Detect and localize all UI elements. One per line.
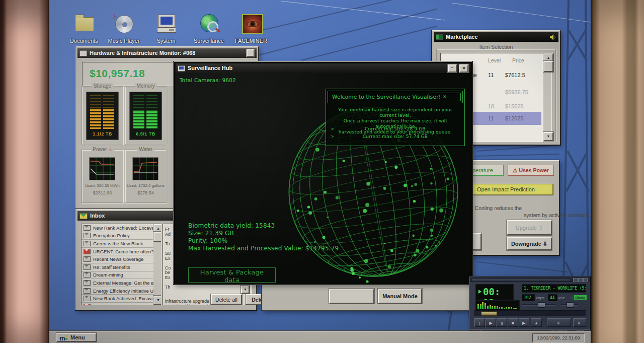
close-icon[interactable] <box>583 278 588 282</box>
scroll-thumb[interactable] <box>153 232 162 242</box>
camera-dot <box>366 280 368 283</box>
downgrade-button[interactable]: Downgrade ⇩ <box>507 237 552 250</box>
monitor-bezel-right <box>591 0 644 343</box>
email-row[interactable]: URGENT: Come here often? <box>82 248 153 256</box>
power-used: Used: 390.35 MWh <box>82 183 123 188</box>
seek-bar[interactable] <box>474 310 586 316</box>
volume-slider[interactable] <box>522 304 555 305</box>
camera-dot <box>416 249 420 253</box>
email-subject: Re: Staff Benefits <box>93 264 130 270</box>
water-label: Water <box>137 147 154 152</box>
previous-button[interactable]: |◀ <box>474 318 485 327</box>
email-row[interactable]: Dream-mining <box>82 271 153 280</box>
item-price: $7612.5 <box>505 72 525 78</box>
scroll-thumb[interactable] <box>543 61 553 72</box>
email-row[interactable]: New Rank Achieved: Excavato... <box>82 295 153 303</box>
window-title: Surveillance Hub <box>188 63 232 73</box>
camera-dot <box>363 209 367 213</box>
mail-icon <box>84 225 91 231</box>
player-titlebar[interactable] <box>470 277 590 282</box>
shuffle-button[interactable]: SHUFFLE <box>547 318 571 327</box>
manual-mode-button[interactable]: Manual Mode <box>378 289 422 304</box>
camera-dot <box>336 196 339 199</box>
stat-size: Size: 21.39 GB <box>188 230 339 237</box>
harvest-package-button[interactable]: Harvest & Package data <box>188 267 276 283</box>
dialog-close-button[interactable]: ✕ <box>429 93 461 101</box>
samplerate-unit: khz <box>558 296 565 300</box>
listbox-scrollbar[interactable]: ▲ ▼ <box>543 53 551 141</box>
preview-scroll-down-icon[interactable]: ▼ <box>241 286 250 294</box>
scroll-down-icon[interactable]: ▼ <box>543 132 553 141</box>
email-row[interactable]: Green is the New Black <box>82 240 153 248</box>
next-button[interactable]: ▶| <box>519 318 529 327</box>
speaker-icon[interactable] <box>549 34 556 40</box>
eye-scan-icon <box>240 13 262 33</box>
hardware-monitor-titlebar[interactable]: Hardware & Infrastructure Monitor: #068 <box>77 48 257 58</box>
upgrade-button[interactable]: Upgrade ⇧ <box>507 220 552 235</box>
camera-dot <box>366 182 370 186</box>
window-button[interactable] <box>247 49 255 57</box>
close-button[interactable]: ✕ <box>459 64 468 73</box>
desktop-icon-music-player[interactable]: ♪ Music Player <box>105 13 143 44</box>
welcome-dialog: Welcome to the Surveillance Visualiser! … <box>326 89 465 146</box>
delete-all-button[interactable]: Delete all <box>211 294 242 305</box>
volume-thumb[interactable] <box>538 302 545 308</box>
camera-dot <box>388 265 391 268</box>
email-row[interactable]: Encryption Policy <box>82 232 153 240</box>
desktop-icon-faceminer[interactable]: FACEMINER <box>232 13 270 44</box>
email-row[interactable]: Energy Efficiency Initiative Upd... <box>82 287 153 295</box>
marketplace-titlebar[interactable]: Marketplace <box>434 32 558 42</box>
email-subject: Dream-mining <box>93 272 123 278</box>
gauge-label: Storage <box>92 83 113 89</box>
icon-label: Music Player <box>105 38 143 44</box>
email-row[interactable]: External Message: Get the edge... <box>82 279 153 287</box>
icon-label: System <box>147 38 185 44</box>
stop-button[interactable]: ■ <box>508 318 518 327</box>
time-display: 00: 12 <box>475 284 514 300</box>
camera-dot <box>297 210 299 212</box>
samplerate-display: 44 <box>548 294 557 301</box>
item-price: $5936.75 <box>505 89 528 95</box>
minimize-button[interactable]: − <box>448 64 457 73</box>
warning-icon: ⚠ <box>108 148 112 152</box>
shade-icon[interactable] <box>578 278 583 282</box>
desktop-icon-surveillance[interactable]: Surveillance <box>190 13 228 44</box>
eject-button[interactable]: ▲ <box>531 318 542 327</box>
camera-dot <box>430 182 432 184</box>
email-row[interactable]: URGENT: High Electricity Usage <box>82 303 153 305</box>
icon-label: Surveillance <box>190 38 228 44</box>
email-subject: New Rank Achieved: Excavato... <box>93 225 153 231</box>
window-title: Marketplace <box>446 32 478 42</box>
email-row[interactable]: Recent News Coverage <box>82 255 153 263</box>
disabled-mode-button[interactable] <box>329 289 374 304</box>
balance-thumb[interactable] <box>567 302 574 308</box>
menu-button[interactable]: m Menu <box>56 333 97 342</box>
track-title: 1. TEKRIDER - WORKLIFE (5:46) <box>524 286 586 291</box>
camera-dot <box>404 183 407 187</box>
repeat-button[interactable]: REP <box>573 318 586 327</box>
email-row[interactable]: Re: Staff Benefits <box>82 263 153 271</box>
play-button[interactable]: ▶ <box>486 318 496 327</box>
camera-dot <box>430 168 432 170</box>
total-cameras: Total Cameras: 9602 <box>180 77 236 83</box>
camera-dot <box>439 209 443 213</box>
email-subject: New Rank Achieved: Excavato... <box>93 296 153 301</box>
email-row[interactable]: New Rank Achieved: Excavato... <box>82 224 153 232</box>
surveillance-titlebar[interactable]: Surveillance Hub − ✕ <box>176 63 470 73</box>
window-title: Inbox <box>90 211 105 221</box>
camera-dot <box>414 254 417 256</box>
scroll-down-icon[interactable]: ▼ <box>153 296 162 305</box>
desktop-icon-system[interactable]: System <box>147 13 185 44</box>
track-display[interactable]: 1. TEKRIDER - WORKLIFE (5:46) <box>522 284 586 293</box>
desktop-icon-documents[interactable]: Documents <box>65 13 103 44</box>
minimize-icon[interactable] <box>573 278 578 282</box>
menu-logo: m <box>59 335 68 341</box>
seek-handle[interactable] <box>481 311 497 316</box>
power-panel: Power ⚠ Used: 390.35 MWh $2312.96 <box>82 150 123 203</box>
uses-power-badge: ⚠ Uses Power <box>508 165 554 176</box>
pause-button[interactable]: || <box>497 318 507 327</box>
balance-slider[interactable] <box>561 304 578 305</box>
email-list-scrollbar[interactable]: ▲ ▼ <box>153 224 161 305</box>
welcome-dialog-titlebar: Welcome to the Surveillance Visualiser! … <box>328 91 463 103</box>
stat-purity: Purity: 100% <box>188 237 339 245</box>
